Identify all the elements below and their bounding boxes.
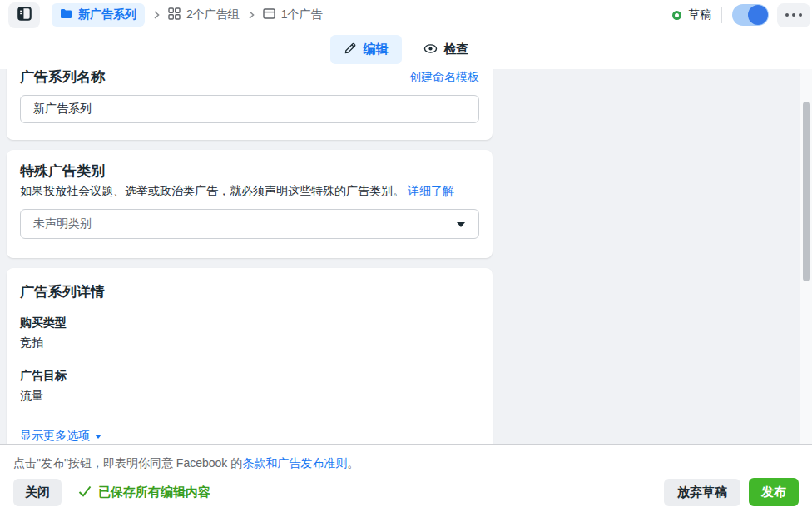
close-button[interactable]: 关闭 [13, 479, 62, 506]
draft-status-icon [672, 11, 681, 20]
frame-icon [263, 7, 275, 22]
sidebar-toggle-icon [17, 7, 32, 23]
saved-status: 已保存所有编辑内容 [78, 485, 210, 500]
special-ad-category-card: 特殊广告类别 如果投放社会议题、选举或政治类广告，就必须声明这些特殊的广告类别。… [7, 150, 493, 258]
learn-more-link[interactable]: 详细了解 [408, 184, 454, 197]
vertical-scrollbar [800, 69, 812, 444]
special-category-description: 如果投放社会议题、选举或政治类广告，就必须声明这些特殊的广告类别。 详细了解 [20, 182, 479, 199]
top-bar-right: 草稿 [672, 3, 810, 27]
sidebar-toggle-button[interactable] [8, 2, 40, 28]
buying-type-label: 购买类型 [20, 314, 479, 331]
chevron-down-icon [457, 222, 465, 227]
draft-status-label: 草稿 [688, 7, 711, 22]
campaign-details-title: 广告系列详情 [20, 282, 479, 302]
saved-status-label: 已保存所有编辑内容 [98, 485, 210, 500]
campaign-name-input[interactable] [20, 95, 479, 123]
breadcrumb: 新广告系列 2个广告组 [52, 3, 323, 27]
scrollbar-thumb[interactable] [803, 102, 810, 281]
chevron-right-icon [152, 10, 161, 20]
create-naming-template-link[interactable]: 创建命名模板 [409, 70, 479, 85]
footer-bar: 点击"发布"按钮，即表明你同意 Facebook 的条款和广告发布准则。 关闭 … [0, 444, 812, 512]
edit-pane: 广告系列名称 创建命名模板 特殊广告类别 如果投放社会议题、选举或政治类广告，就… [0, 69, 800, 444]
toggle-knob [748, 5, 768, 25]
breadcrumb-adsets-label: 2个广告组 [186, 7, 240, 22]
publish-disclaimer: 点击"发布"按钮，即表明你同意 Facebook 的条款和广告发布准则。 [13, 455, 799, 471]
mode-tab-bar: 编辑 检查 [0, 30, 812, 69]
grid-icon [168, 7, 181, 22]
breadcrumb-ad[interactable]: 1个广告 [263, 7, 323, 22]
objective-label: 广告目标 [20, 367, 479, 384]
footer-actions: 关闭 已保存所有编辑内容 放弃草稿 发布 [13, 478, 799, 506]
tab-edit[interactable]: 编辑 [330, 35, 402, 64]
check-icon [78, 485, 92, 500]
breadcrumb-ad-label: 1个广告 [281, 7, 323, 22]
ads-manager-edit-page: 新广告系列 2个广告组 [0, 0, 812, 512]
top-bar: 新广告系列 2个广告组 [0, 0, 812, 30]
pencil-icon [344, 42, 357, 57]
breadcrumb-campaign-label: 新广告系列 [78, 7, 136, 22]
more-options-button[interactable] [777, 3, 810, 27]
buying-type-value: 竞拍 [20, 334, 479, 350]
campaign-active-toggle[interactable] [732, 4, 769, 26]
campaign-name-card: 广告系列名称 创建命名模板 [7, 69, 493, 140]
special-category-title: 特殊广告类别 [20, 162, 479, 181]
tab-review[interactable]: 检查 [410, 35, 483, 64]
breadcrumb-adsets[interactable]: 2个广告组 [168, 7, 240, 22]
objective-value: 流量 [20, 387, 479, 404]
special-category-dropdown-value: 未声明类别 [33, 216, 92, 231]
discard-draft-button[interactable]: 放弃草稿 [664, 479, 740, 506]
special-category-dropdown[interactable]: 未声明类别 [20, 209, 479, 239]
divider [721, 7, 722, 23]
ellipsis-icon [785, 13, 802, 17]
show-more-options-link[interactable]: 显示更多选项 [20, 427, 102, 444]
tab-review-label: 检查 [444, 42, 469, 57]
tab-edit-label: 编辑 [364, 42, 389, 57]
chevron-right-icon [247, 10, 255, 20]
folder-icon [60, 8, 72, 22]
eye-icon [423, 42, 438, 57]
breadcrumb-campaign[interactable]: 新广告系列 [52, 3, 145, 27]
campaign-name-title: 广告系列名称 [20, 69, 105, 87]
terms-and-policies-link[interactable]: 条款和广告发布准则 [242, 456, 347, 470]
campaign-details-card: 广告系列详情 购买类型 竞拍 广告目标 流量 显示更多选项 [7, 268, 493, 444]
chevron-down-icon [95, 435, 102, 439]
publish-button[interactable]: 发布 [749, 478, 799, 506]
show-more-options-label: 显示更多选项 [20, 427, 90, 444]
